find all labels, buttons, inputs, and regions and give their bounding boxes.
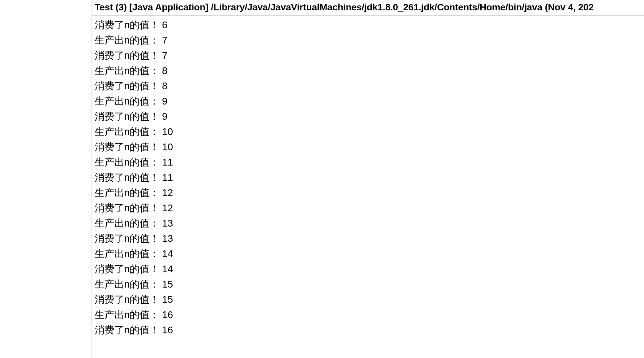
console-output[interactable]: 消费了n的值！ 6 生产出n的值： 7 消费了n的值！ 7 生产出n的值： 8 … — [92, 16, 644, 358]
console-line: 消费了n的值！ 14 — [95, 262, 641, 277]
console-line: 生产出n的值： 10 — [95, 124, 641, 140]
console-line: 生产出n的值： 16 — [95, 307, 641, 323]
console-line: 消费了n的值！ 10 — [95, 140, 641, 155]
console-header: Test (3) [Java Application] /Library/Jav… — [92, 0, 644, 16]
console-line: 生产出n的值： 8 — [95, 63, 641, 79]
console-line: 消费了n的值！ 12 — [95, 201, 641, 216]
console-line: 生产出n的值： 15 — [95, 277, 641, 292]
console-line: 生产出n的值： 13 — [95, 216, 641, 231]
console-line: 消费了n的值！ 13 — [95, 231, 641, 246]
console-line: 生产出n的值： 9 — [95, 94, 641, 109]
console-container: Test (3) [Java Application] /Library/Jav… — [0, 0, 644, 358]
console-line: 消费了n的值！ 6 — [95, 17, 641, 33]
console-line: 消费了n的值！ 15 — [95, 292, 641, 307]
console-panel: Test (3) [Java Application] /Library/Jav… — [91, 0, 644, 358]
console-line: 消费了n的值！ 7 — [95, 48, 641, 63]
console-line: 消费了n的值！ 11 — [95, 170, 641, 185]
left-gutter — [0, 0, 91, 358]
console-line: 生产出n的值： 14 — [95, 246, 641, 262]
console-line: 消费了n的值！ 8 — [95, 79, 641, 94]
console-line: 生产出n的值： 7 — [95, 33, 641, 48]
console-line: 消费了n的值！ 9 — [95, 109, 641, 124]
console-line: 消费了n的值！ 16 — [95, 323, 641, 338]
console-line: 生产出n的值： 12 — [95, 185, 641, 201]
console-line: 生产出n的值： 11 — [95, 155, 641, 170]
